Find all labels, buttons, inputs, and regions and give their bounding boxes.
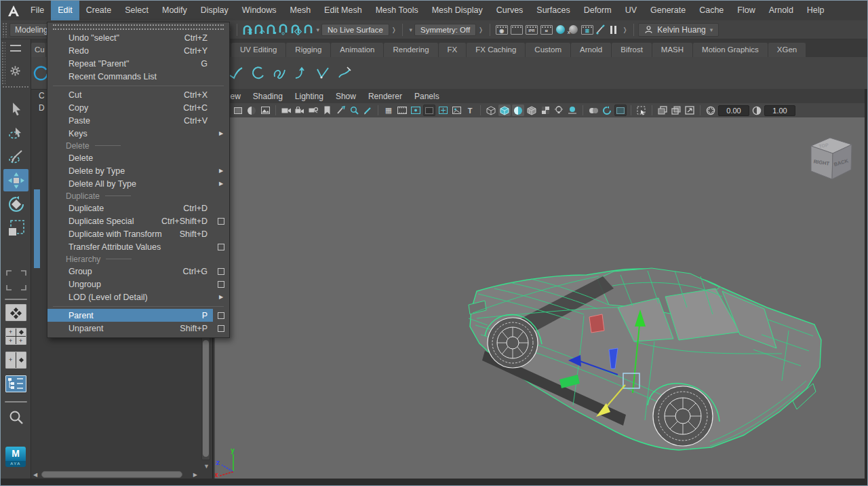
- menu-item-lod[interactable]: LOD (Level of Detail)▶: [47, 291, 229, 303]
- scrollbar-thumb[interactable]: [203, 340, 209, 457]
- snap-magnet-icon[interactable]: [302, 24, 315, 36]
- menu-tearoff[interactable]: [53, 24, 224, 30]
- menu-mesh-display[interactable]: Mesh Display: [425, 1, 490, 20]
- field-chart-icon[interactable]: [437, 105, 449, 116]
- dropdown-arrow[interactable]: ▾: [407, 26, 414, 33]
- gamma-field[interactable]: 1.00: [764, 105, 795, 116]
- light-editor-icon[interactable]: ≣: [581, 25, 593, 35]
- menu-curves[interactable]: Curves: [490, 1, 530, 20]
- collapse-arrow[interactable]: ❭: [476, 26, 486, 33]
- menu-item-paste[interactable]: PasteCtrl+V: [47, 114, 229, 127]
- menu-item-unparent[interactable]: UnparentShift+P: [47, 322, 229, 335]
- menu-item-cut[interactable]: CutCtrl+X: [47, 88, 229, 101]
- last-tool-slot[interactable]: [3, 267, 28, 294]
- panel-menu-show[interactable]: Show: [330, 92, 362, 101]
- menu-item-duplicate-with-transform[interactable]: Duplicate with TransformShift+D: [47, 227, 229, 240]
- shelf-menu-icon[interactable]: [10, 45, 21, 52]
- image-plane-icon[interactable]: [450, 105, 462, 116]
- select-tool[interactable]: [3, 98, 28, 120]
- smooth-shade-display-icon[interactable]: [498, 105, 511, 116]
- layout-four-pane[interactable]: +++: [5, 328, 26, 345]
- menu-item-copy[interactable]: CopyCtrl+C: [47, 101, 229, 114]
- screen-space-ao-icon[interactable]: [587, 105, 599, 116]
- menu-item-duplicate[interactable]: DuplicateCtrl+D: [47, 202, 229, 214]
- curve-shelf-icon-1[interactable]: [228, 64, 244, 82]
- menu-display[interactable]: Display: [194, 1, 235, 20]
- outliner-menu-fragment-2[interactable]: D: [39, 103, 45, 113]
- menu-item-delete-by-type[interactable]: Delete by Type▶: [47, 164, 229, 177]
- toolbox-grip[interactable]: [1, 41, 5, 85]
- move-tool[interactable]: [3, 169, 28, 191]
- option-box-icon[interactable]: [218, 218, 224, 225]
- menu-surfaces[interactable]: Surfaces: [530, 1, 576, 20]
- menu-select[interactable]: Select: [118, 1, 155, 20]
- scrollbar-thumb[interactable]: [41, 471, 182, 478]
- view-cube[interactable]: TOP RIGHT BACK: [811, 138, 852, 179]
- wireframe-on-shaded-icon[interactable]: [526, 105, 538, 116]
- search-icon[interactable]: [3, 406, 28, 428]
- gamma-icon[interactable]: [751, 105, 763, 116]
- menu-mesh[interactable]: Mesh: [283, 1, 318, 20]
- resolution-gate-icon[interactable]: [410, 105, 422, 116]
- lighting-toggle-icon[interactable]: [553, 105, 565, 116]
- shadows-toggle-icon[interactable]: [566, 105, 578, 116]
- snap-to-curve-icon[interactable]: [254, 24, 266, 36]
- shelf-tab-xgen[interactable]: XGen: [768, 43, 806, 57]
- exposure-icon[interactable]: [705, 105, 717, 116]
- panel-menu-lighting[interactable]: Lighting: [289, 92, 330, 101]
- menu-item-transfer-attribute-values[interactable]: Transfer Attribute Values: [47, 240, 229, 253]
- menu-modify[interactable]: Modify: [155, 1, 194, 20]
- snap-to-grid-icon[interactable]: [241, 24, 254, 36]
- car-wireframe-model[interactable]: [469, 268, 821, 450]
- zoom-icon[interactable]: [348, 105, 360, 116]
- shelf-tab-fx-caching[interactable]: FX Caching: [467, 43, 525, 57]
- grid-toggle-icon[interactable]: ▦: [382, 105, 395, 116]
- layout-two-pane[interactable]: +: [5, 352, 26, 369]
- user-account[interactable]: Kelvin Huang ▾: [638, 23, 719, 37]
- menu-item-ungroup[interactable]: Ungroup: [47, 278, 229, 291]
- lock-camera-icon[interactable]: [294, 105, 306, 116]
- isolate-select-icon[interactable]: [635, 105, 648, 116]
- curve-shelf-icon-6[interactable]: [336, 64, 353, 82]
- dropdown-arrow[interactable]: ▾: [315, 26, 322, 33]
- menu-item-delete-all-by-type[interactable]: Delete All by Type▶: [47, 177, 229, 190]
- live-surface-field[interactable]: No Live Surface: [321, 24, 389, 36]
- panel-menu-panels[interactable]: Panels: [408, 92, 446, 101]
- outliner-horizontal-scrollbar[interactable]: ◀ ▶: [33, 470, 197, 479]
- menu-item-duplicate-special[interactable]: Duplicate SpecialCtrl+Shift+D: [47, 214, 229, 227]
- symmetry-field[interactable]: Symmetry: Off: [414, 24, 476, 36]
- menu-item-keys[interactable]: Keys▶: [47, 127, 229, 140]
- rotate-tool[interactable]: [3, 193, 28, 215]
- menu-arnold[interactable]: Arnold: [762, 1, 800, 20]
- open-render-view-icon[interactable]: ◉: [496, 25, 508, 35]
- panel-menu-shading[interactable]: Shading: [247, 92, 289, 101]
- shelf-tab-bifrost[interactable]: Bifrost: [612, 43, 652, 57]
- pie-icon[interactable]: [245, 105, 258, 116]
- shelf-tab-arnold[interactable]: Arnold: [571, 43, 611, 57]
- shelf-tab-uv-editing[interactable]: UV Editing: [231, 43, 285, 57]
- region-icon[interactable]: [232, 105, 244, 116]
- curve-shelf-icon-4[interactable]: [293, 64, 309, 82]
- bookmark-icon[interactable]: [321, 105, 333, 116]
- textured-display-icon[interactable]: [512, 105, 524, 116]
- option-box-icon[interactable]: [218, 325, 224, 332]
- shelf-tab-curves[interactable]: Cu: [31, 43, 45, 57]
- multisample-aa-icon[interactable]: [614, 105, 627, 116]
- menu-item-group[interactable]: GroupCtrl+G: [47, 265, 229, 278]
- layout-single-pane[interactable]: [5, 304, 26, 321]
- option-box-icon[interactable]: [218, 312, 224, 319]
- shelf-tab-rendering[interactable]: Rendering: [384, 43, 437, 57]
- panel-menu-renderer[interactable]: Renderer: [362, 92, 408, 101]
- film-gate-icon[interactable]: [396, 105, 408, 116]
- account-dropdown-arrow[interactable]: ▾: [710, 26, 713, 33]
- hypershade-icon[interactable]: [556, 25, 565, 34]
- menu-item-redo[interactable]: RedoCtrl+Y: [47, 44, 229, 57]
- shelf-tab-animation[interactable]: Animation: [331, 43, 383, 57]
- menu-edit-mesh[interactable]: Edit Mesh: [317, 1, 369, 20]
- viewport-canvas[interactable]: TOP RIGHT BACK y z x: [215, 117, 865, 479]
- menu-item-undo[interactable]: Undo "select"Ctrl+Z: [47, 31, 229, 44]
- camera-attributes-icon[interactable]: [307, 105, 319, 116]
- shelf-tab-motion-graphics[interactable]: Motion Graphics: [693, 43, 768, 57]
- menu-create[interactable]: Create: [79, 1, 119, 20]
- collapse-arrow[interactable]: ❭: [389, 26, 399, 33]
